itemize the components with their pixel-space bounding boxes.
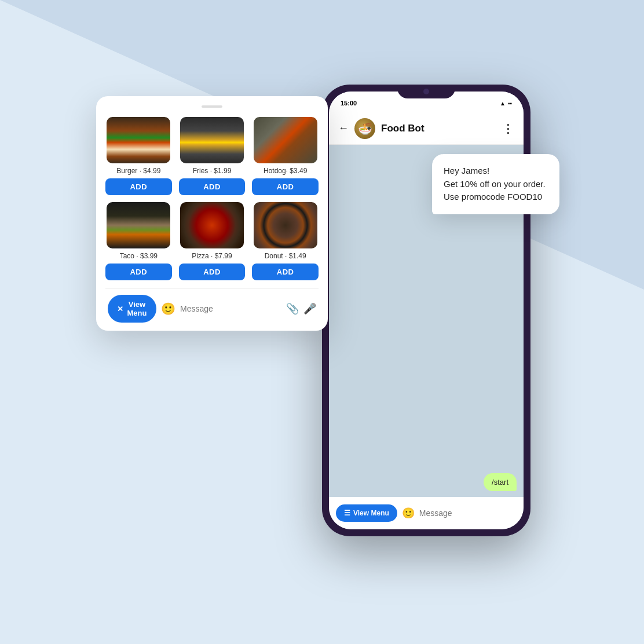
food-image-fries — [180, 117, 244, 163]
user-message: /start — [484, 473, 517, 491]
food-item-hotdog: Hotdog· $3.49ADD — [252, 117, 319, 195]
phone-frame: 15:00 ▲ ▪▪ ← 🍜 Food Bot ⋮ /start — [322, 85, 530, 536]
add-button-donut[interactable]: ADD — [252, 264, 319, 280]
close-x-icon: ✕ — [117, 305, 123, 313]
scene: 15:00 ▲ ▪▪ ← 🍜 Food Bot ⋮ /start — [96, 61, 548, 583]
emoji-icon: 🙂 — [402, 507, 415, 519]
food-item-donut: Donut · $1.49ADD — [252, 202, 319, 280]
food-item-burger: Burger · $4.99ADD — [105, 117, 172, 195]
card-emoji-icon: 🙂 — [161, 302, 175, 316]
food-image-taco — [107, 202, 170, 248]
phone-view-menu-label: View Menu — [353, 509, 389, 517]
card-handle — [202, 105, 222, 108]
add-button-pizza[interactable]: ADD — [179, 264, 246, 280]
chat-title: Food Bot — [381, 123, 496, 134]
menu-button[interactable]: ⋮ — [502, 122, 514, 136]
food-label-taco: Taco · $3.99 — [120, 252, 158, 260]
food-grid: Burger · $4.99ADDFries · $1.99ADDHotdog·… — [105, 117, 319, 280]
add-button-fries[interactable]: ADD — [179, 178, 246, 195]
card-view-menu-label: View Menu — [127, 300, 147, 317]
avatar: 🍜 — [354, 118, 375, 139]
food-label-donut: Donut · $1.49 — [265, 252, 306, 260]
food-image-hotdog — [254, 117, 317, 163]
add-button-hotdog[interactable]: ADD — [252, 178, 319, 195]
camera — [423, 89, 429, 94]
card-message-input[interactable] — [180, 304, 281, 313]
food-label-fries: Fries · $1.99 — [193, 167, 232, 175]
phone-notch — [397, 85, 455, 98]
food-image-burger — [107, 117, 170, 163]
add-button-taco[interactable]: ADD — [105, 264, 172, 280]
phone-input-bar: ☰ View Menu 🙂 📎 🎤 — [329, 497, 524, 529]
bot-bubble-line3: Use promocode FOOD10 — [444, 191, 548, 204]
app-header: ← 🍜 Food Bot ⋮ — [329, 112, 524, 145]
bot-bubble-line1: Hey James! — [444, 164, 548, 178]
status-time: 15:00 — [341, 100, 357, 107]
avatar-image: 🍜 — [354, 118, 375, 139]
card-microphone-icon[interactable]: 🎤 — [303, 302, 316, 315]
signal-icon: ▲ — [500, 100, 506, 107]
menu-icon: ☰ — [344, 509, 350, 517]
phone-message-input[interactable] — [419, 508, 521, 518]
food-item-pizza: Pizza · $7.99ADD — [179, 202, 246, 280]
phone-view-menu-button[interactable]: ☰ View Menu — [336, 504, 397, 522]
food-item-taco: Taco · $3.99ADD — [105, 202, 172, 280]
status-icons: ▲ ▪▪ — [500, 100, 512, 107]
bot-bubble-line2: Get 10% off on your order. — [444, 178, 548, 191]
food-image-donut — [254, 202, 317, 248]
card-view-menu-button[interactable]: ✕ View Menu — [108, 295, 156, 323]
back-button[interactable]: ← — [338, 122, 349, 134]
food-item-fries: Fries · $1.99ADD — [179, 117, 246, 195]
food-label-pizza: Pizza · $7.99 — [192, 252, 232, 260]
card-attachment-icon[interactable]: 📎 — [286, 302, 299, 315]
card-bottom: ✕ View Menu 🙂 📎 🎤 — [105, 288, 319, 331]
battery-icon: ▪▪ — [508, 100, 512, 107]
food-label-hotdog: Hotdog· $3.49 — [264, 167, 307, 175]
food-menu-card: Burger · $4.99ADDFries · $1.99ADDHotdog·… — [96, 96, 328, 331]
bot-bubble: Hey James! Get 10% off on your order. Us… — [432, 154, 559, 214]
food-label-burger: Burger · $4.99 — [116, 167, 160, 175]
add-button-burger[interactable]: ADD — [105, 178, 172, 195]
food-image-pizza — [180, 202, 244, 248]
